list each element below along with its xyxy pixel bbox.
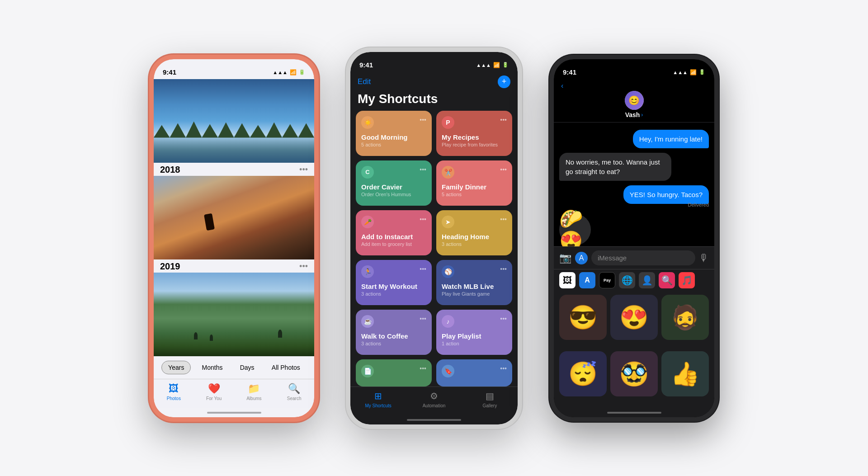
filter-years[interactable]: Years [161, 361, 191, 374]
memoji-2[interactable]: 😍 [610, 295, 658, 340]
automation-icon: ⚙ [430, 391, 438, 401]
home-indicator-3 [554, 408, 714, 417]
card-header-2: P ••• [442, 116, 507, 129]
tab-albums[interactable]: 📁 Albums [234, 383, 274, 401]
memoji-icon[interactable]: 🌐 [619, 272, 635, 288]
messages-header: ‹ 😊 Vash › [554, 79, 714, 123]
shortcut-add-instacart[interactable]: 🥕 ••• Add to Instacart Add item to groce… [356, 210, 432, 255]
shortcut-my-recipes[interactable]: P ••• My Recipes Play recipe from favori… [436, 111, 512, 156]
instacart-icon: 🥕 [361, 216, 374, 228]
contact-avatar[interactable]: 😊 [625, 91, 644, 110]
message-3[interactable]: YES! So hungry. Tacos? [623, 185, 709, 204]
app-store-icon[interactable]: A [579, 272, 595, 288]
tab-gallery[interactable]: ▤ Gallery [462, 391, 518, 408]
photo-2019[interactable] [154, 273, 314, 356]
notch-2 [400, 52, 468, 65]
status-icons: ▲▲▲ 📶 🔋 [273, 69, 305, 75]
shortcut-bottom-1[interactable]: 📄 ••• [356, 359, 432, 386]
mlb-menu[interactable]: ••• [500, 265, 507, 273]
home-bar-1 [207, 412, 261, 414]
workout-menu[interactable]: ••• [420, 265, 426, 273]
memoji-4[interactable]: 😴 [559, 351, 607, 396]
shortcut-heading-home[interactable]: ➤ ••• Heading Home 3 actions [436, 210, 512, 255]
shortcut-coffee[interactable]: ☕ ••• Walk to Coffee 3 actions [356, 310, 432, 355]
camera-icon[interactable]: 📷 [559, 252, 571, 264]
instacart-menu[interactable]: ••• [420, 216, 426, 223]
shortcut-workout[interactable]: 🏃 ••• Start My Workout 3 actions [356, 260, 432, 305]
shortcut-bottom-2[interactable]: 🔖 ••• [436, 359, 512, 386]
top-photo[interactable] [154, 79, 314, 163]
year-2018-label: 2018 [160, 165, 180, 175]
contacts-icon[interactable]: 👤 [639, 272, 655, 288]
year-2018-menu[interactable]: ••• [299, 165, 308, 174]
photos-app-icon[interactable]: 🖼 [559, 272, 576, 288]
message-2[interactable]: No worries, me too. Wanna just go straig… [559, 153, 671, 181]
filter-days[interactable]: Days [234, 361, 261, 374]
message-delivered: Delivered [688, 202, 709, 207]
shortcut-order-cavier[interactable]: C ••• Order Cavier Order Oren's Hummus [356, 160, 432, 206]
microphone-icon[interactable]: 🎙 [699, 252, 709, 264]
memoji-3[interactable]: 🧔 [661, 295, 709, 340]
search-strip-icon[interactable]: 🔍 [659, 272, 675, 288]
shortcut-playlist[interactable]: ♪ ••• Play Playlist 1 action [436, 310, 512, 355]
shortcut-mlb[interactable]: ⚾ ••• Watch MLB Live Play live Giants ga… [436, 260, 512, 305]
coffee-menu[interactable]: ••• [420, 315, 426, 322]
message-1[interactable]: Hey, I'm running late! [633, 130, 709, 148]
filter-months[interactable]: Months [196, 361, 229, 374]
bottom-2-menu[interactable]: ••• [500, 365, 507, 372]
playlist-sub: 1 action [442, 341, 507, 346]
my-recipes-icon: P [442, 116, 454, 129]
music-icon[interactable]: 🎵 [679, 272, 695, 288]
back-button[interactable]: ‹ [561, 82, 563, 90]
message-3-group: YES! So hungry. Tacos? Delivered [559, 185, 709, 207]
my-recipes-menu[interactable]: ••• [500, 116, 507, 123]
imessage-input[interactable]: iMessage [591, 250, 695, 265]
edit-button[interactable]: Edit [358, 77, 371, 86]
family-dinner-menu[interactable]: ••• [500, 166, 507, 173]
contact-detail-chevron: › [641, 112, 643, 118]
contact-name[interactable]: Vash [625, 111, 640, 118]
good-morning-menu[interactable]: ••• [420, 116, 426, 123]
memoji-1[interactable]: 😎 [559, 295, 607, 340]
memoji-5[interactable]: 🥸 [610, 351, 658, 396]
home-bar-3 [607, 412, 661, 414]
apple-pay-icon[interactable]: Pay [599, 272, 615, 288]
shortcuts-bottom-nav: ⊞ My Shortcuts ⚙ Automation ▤ Gallery [350, 386, 518, 415]
add-shortcut-button[interactable]: + [498, 75, 510, 88]
shortcut-good-morning[interactable]: ☀️ ••• Good Morning 5 actions [356, 111, 432, 156]
workout-icon: 🏃 [361, 265, 374, 278]
bottom-1-menu[interactable]: ••• [420, 365, 426, 372]
instacart-sub: Add item to grocery list [361, 241, 426, 247]
family-dinner-sub: 5 actions [442, 192, 507, 197]
tab-photos[interactable]: 🖼 Photos [154, 383, 194, 401]
order-cavier-menu[interactable]: ••• [420, 166, 426, 173]
my-recipes-name: My Recipes [442, 133, 507, 141]
photo-2018[interactable] [154, 176, 314, 259]
taco-emoji-row: 🌮😍 [559, 212, 709, 247]
year-2019-menu[interactable]: ••• [299, 262, 308, 271]
apps-icon[interactable]: A [575, 252, 588, 264]
card-header-5: 🥕 ••• [361, 216, 426, 228]
tab-search[interactable]: 🔍 Search [274, 383, 314, 401]
playlist-menu[interactable]: ••• [500, 315, 507, 322]
signal-icon-2: ▲▲▲ [476, 62, 491, 68]
battery-icon: 🔋 [299, 69, 305, 75]
memoji-6[interactable]: 👍 [661, 351, 709, 396]
signal-icon-3: ▲▲▲ [673, 70, 688, 75]
filter-all-photos[interactable]: All Photos [265, 361, 307, 374]
shortcut-family-dinner[interactable]: ✂️ ••• Family Dinner 5 actions [436, 160, 512, 206]
heading-home-menu[interactable]: ••• [500, 216, 507, 223]
power-button-3 [714, 123, 716, 150]
home-bar-2 [407, 419, 461, 421]
wifi-icon: 📶 [290, 69, 297, 75]
heading-home-icon: ➤ [442, 216, 454, 228]
tab-for-you[interactable]: ❤️ For You [194, 383, 234, 401]
status-time-3: 9:41 [563, 68, 576, 76]
tab-automation[interactable]: ⚙ Automation [406, 391, 462, 408]
tab-my-shortcuts[interactable]: ⊞ My Shortcuts [350, 391, 406, 408]
bottom-1-icon: 📄 [361, 365, 374, 377]
automation-label: Automation [423, 403, 446, 408]
signal-icon: ▲▲▲ [273, 70, 288, 75]
tab-search-label: Search [287, 396, 302, 401]
order-cavier-sub: Order Oren's Hummus [361, 192, 426, 197]
